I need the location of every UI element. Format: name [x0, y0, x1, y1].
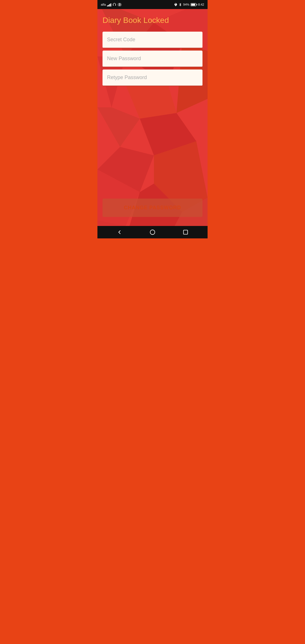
recent-apps-icon: [182, 229, 189, 235]
spacer: [103, 88, 202, 199]
time-display: 8:42: [198, 3, 204, 6]
change-password-button[interactable]: CHANGE PASSWORD: [103, 199, 202, 217]
battery-icon: [191, 3, 197, 6]
signal-bar-3: [109, 4, 110, 6]
main-content: Diary Book Locked CHANGE PASSWORD: [97, 9, 208, 226]
signal-bar-4: [110, 3, 111, 6]
app-title: Diary Book Locked: [103, 16, 202, 25]
nav-bar: [97, 226, 208, 238]
battery-percent: 94%: [183, 3, 189, 6]
signal-bar-2: [108, 5, 109, 6]
bluetooth-icon: [178, 3, 182, 6]
home-button[interactable]: [147, 227, 158, 238]
back-button[interactable]: [114, 227, 125, 238]
headphone-icon: [112, 3, 116, 6]
retype-password-input[interactable]: [103, 69, 202, 86]
notification-badge: 3: [117, 3, 122, 6]
secret-code-input[interactable]: [103, 32, 202, 48]
back-icon: [116, 229, 123, 235]
home-icon: [149, 229, 156, 235]
status-left: alfa 3: [101, 3, 122, 6]
alarm-icon: [174, 3, 177, 6]
carrier-name: alfa: [101, 3, 106, 6]
signal-bars: [107, 3, 111, 6]
status-right: 94% 8:42: [174, 3, 204, 6]
new-password-input[interactable]: [103, 51, 202, 67]
svg-rect-17: [183, 230, 188, 234]
status-bar: alfa 3 94% 8:42: [97, 0, 208, 9]
svg-point-16: [150, 230, 155, 235]
recent-apps-button[interactable]: [180, 227, 191, 238]
signal-bar-1: [107, 5, 108, 6]
